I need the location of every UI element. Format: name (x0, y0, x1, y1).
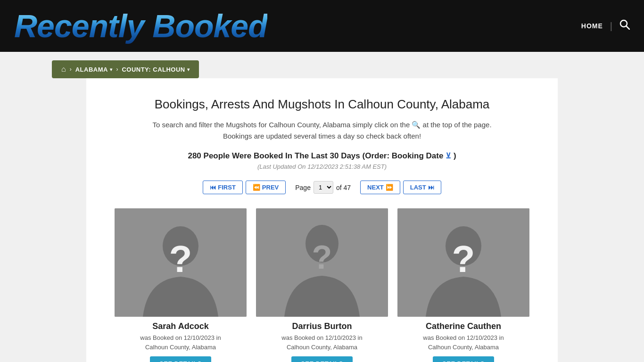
silhouette-svg-2: ? (397, 208, 529, 317)
last-updated: (Last Updated On 12/12/2023 2:51:38 AM E… (96, 163, 548, 170)
search-button[interactable] (619, 19, 630, 33)
breadcrumb: ⌂ › ALABAMA ▾ › COUNTY: CALHOUN ▾ (52, 60, 199, 78)
description: To search and filter the Mugshots for Ca… (96, 119, 548, 142)
person-name-2: Catherine Cauthen (397, 321, 529, 331)
alabama-dropdown-arrow: ▾ (110, 67, 113, 72)
header-nav: HOME | (581, 19, 630, 33)
svg-text:?: ? (312, 239, 332, 276)
page-select[interactable]: 1 2 3 (314, 181, 333, 194)
last-icon: ⏭ (428, 184, 434, 191)
person-name-1: Darrius Burton (256, 321, 388, 331)
first-button[interactable]: ⏮ FIRST (203, 181, 243, 194)
person-info-1: was Booked on 12/10/2023 in Calhoun Coun… (256, 333, 388, 352)
person-info-2: was Booked on 12/10/2023 in Calhoun Coun… (397, 333, 529, 352)
next-buttons: NEXT ⏩ LAST ⏭ (360, 181, 441, 194)
mugshot-image-1: ? (256, 208, 388, 317)
home-breadcrumb-icon[interactable]: ⌂ (61, 65, 66, 74)
prev-button[interactable]: ⏪ PREV (246, 181, 286, 194)
pagination-top: ⏮ FIRST ⏪ PREV Page 1 2 3 of 47 NEXT ⏩ (96, 181, 548, 194)
home-link[interactable]: HOME (581, 22, 603, 30)
first-icon: ⏮ (210, 184, 216, 191)
description-search-icon: 🔍 (412, 121, 422, 129)
person-card-1: ? Darrius Burton was Booked on 12/10/202… (256, 208, 388, 362)
svg-line-1 (627, 26, 630, 30)
silhouette-svg-0: ? (115, 208, 247, 317)
search-icon (619, 19, 630, 30)
last-button[interactable]: LAST ⏭ (403, 181, 441, 194)
prev-icon: ⏪ (253, 184, 260, 191)
see-details-button-0[interactable]: SEE DETAILS (150, 356, 211, 362)
mugshot-image-2: ? (397, 208, 529, 317)
page-title: Bookings, Arrests And Mugshots In Calhou… (96, 97, 548, 112)
next-button[interactable]: NEXT ⏩ (360, 181, 400, 194)
see-details-button-2[interactable]: SEE DETAILS (433, 356, 494, 362)
site-header: Recently Booked HOME | (0, 0, 644, 52)
cards-container: ? Sarah Adcock was Booked on 12/10/2023 … (96, 208, 548, 362)
see-details-button-1[interactable]: SEE DETAILS (291, 356, 353, 362)
breadcrumb-county[interactable]: COUNTY: CALHOUN ▾ (122, 66, 190, 73)
person-name-0: Sarah Adcock (115, 321, 247, 331)
breadcrumb-arrow-2: › (116, 66, 118, 73)
booking-count: 280 People Were Booked In The Last 30 Da… (96, 151, 548, 161)
county-dropdown-arrow: ▾ (187, 67, 190, 72)
svg-text:?: ? (169, 238, 192, 280)
prev-buttons: ⏮ FIRST ⏪ PREV (203, 181, 286, 194)
silhouette-svg-1: ? (256, 208, 388, 317)
person-info-0: was Booked on 12/10/2023 in Calhoun Coun… (115, 333, 247, 352)
mugshot-image-0: ? (115, 208, 247, 317)
site-logo[interactable]: Recently Booked (14, 8, 267, 44)
person-card-0: ? Sarah Adcock was Booked on 12/10/2023 … (115, 208, 247, 362)
breadcrumb-arrow-1: › (70, 66, 72, 73)
next-icon: ⏩ (386, 184, 393, 191)
main-content: Bookings, Arrests And Mugshots In Calhou… (86, 78, 558, 362)
sort-icon[interactable]: ⊻ (446, 152, 451, 160)
page-info: Page 1 2 3 of 47 (295, 181, 351, 194)
svg-text:?: ? (452, 238, 475, 280)
person-card-2: ? Catherine Cauthen was Booked on 12/10/… (397, 208, 529, 362)
breadcrumb-alabama[interactable]: ALABAMA ▾ (75, 66, 113, 73)
nav-divider: | (610, 21, 612, 32)
